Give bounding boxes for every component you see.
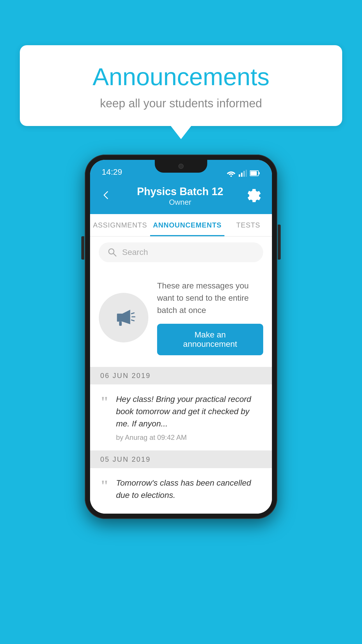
speech-bubble-container: Announcements keep all your students inf…: [20, 45, 342, 139]
svg-line-14: [131, 320, 134, 321]
announcement-promo: These are messages you want to send to t…: [90, 268, 272, 367]
svg-rect-7: [250, 171, 257, 175]
date-text-1: 06 JUN 2019: [100, 372, 151, 379]
search-placeholder: Search: [122, 248, 148, 257]
phone-wrapper: 14:29: [85, 155, 277, 519]
phone-outer: 14:29: [85, 155, 277, 519]
announcement-meta-1: by Anurag at 09:42 AM: [116, 433, 262, 442]
svg-rect-11: [119, 321, 122, 326]
promo-description: These are messages you want to send to t…: [157, 280, 263, 316]
app-bar-center: Physics Batch 12 Owner: [137, 186, 223, 207]
svg-rect-2: [241, 173, 242, 177]
announcement-text-1: Hey class! Bring your practical record b…: [116, 393, 262, 430]
wifi-icon: [226, 170, 236, 177]
tab-tests[interactable]: TESTS: [224, 214, 272, 236]
tab-assignments[interactable]: ASSIGNMENTS: [90, 214, 150, 236]
settings-button[interactable]: [248, 189, 262, 204]
promo-icon-circle: [99, 293, 148, 342]
app-bar: Physics Batch 12 Owner: [90, 180, 272, 214]
quote-icon-2: ": [100, 478, 109, 494]
announcement-text-2: Tomorrow's class has been cancelled due …: [116, 477, 262, 501]
tabs-bar: ASSIGNMENTS ANNOUNCEMENTS TESTS: [90, 214, 272, 237]
announcement-content-2: Tomorrow's class has been cancelled due …: [116, 477, 262, 505]
app-bar-subtitle: Owner: [137, 198, 223, 207]
svg-rect-1: [239, 174, 240, 177]
announcement-content-1: Hey class! Bring your practical record b…: [116, 393, 262, 442]
svg-line-9: [113, 253, 116, 256]
search-container: Search: [90, 237, 272, 268]
search-box[interactable]: Search: [99, 242, 263, 262]
date-separator-2: 05 JUN 2019: [90, 451, 272, 468]
megaphone-icon: [110, 304, 137, 331]
app-bar-title: Physics Batch 12: [137, 186, 223, 198]
status-icons: [226, 170, 260, 177]
date-text-2: 05 JUN 2019: [100, 455, 151, 463]
speech-bubble: Announcements keep all your students inf…: [20, 45, 342, 126]
svg-rect-10: [117, 314, 122, 321]
promo-content: These are messages you want to send to t…: [157, 280, 263, 355]
svg-rect-6: [259, 172, 260, 174]
svg-rect-3: [243, 171, 245, 177]
quote-icon-1: ": [100, 395, 109, 410]
tab-announcements[interactable]: ANNOUNCEMENTS: [150, 214, 225, 236]
svg-point-0: [231, 176, 232, 177]
back-button[interactable]: [100, 188, 113, 204]
notch-camera: [178, 164, 184, 169]
battery-icon: [250, 170, 260, 176]
search-icon: [108, 248, 117, 257]
speech-bubble-title: Announcements: [43, 63, 319, 91]
speech-bubble-subtitle: keep all your students informed: [43, 97, 319, 110]
speech-bubble-tail: [171, 126, 191, 139]
signal-icon: [239, 170, 247, 177]
status-time: 14:29: [102, 167, 122, 177]
phone-notch: [155, 160, 207, 173]
phone-screen: 14:29: [90, 160, 272, 514]
announcement-item-2[interactable]: " Tomorrow's class has been cancelled du…: [90, 468, 272, 514]
date-separator-1: 06 JUN 2019: [90, 367, 272, 384]
announcement-item-1[interactable]: " Hey class! Bring your practical record…: [90, 384, 272, 451]
svg-line-12: [131, 313, 134, 314]
svg-rect-4: [246, 170, 247, 177]
make-announcement-button[interactable]: Make an announcement: [157, 324, 263, 355]
